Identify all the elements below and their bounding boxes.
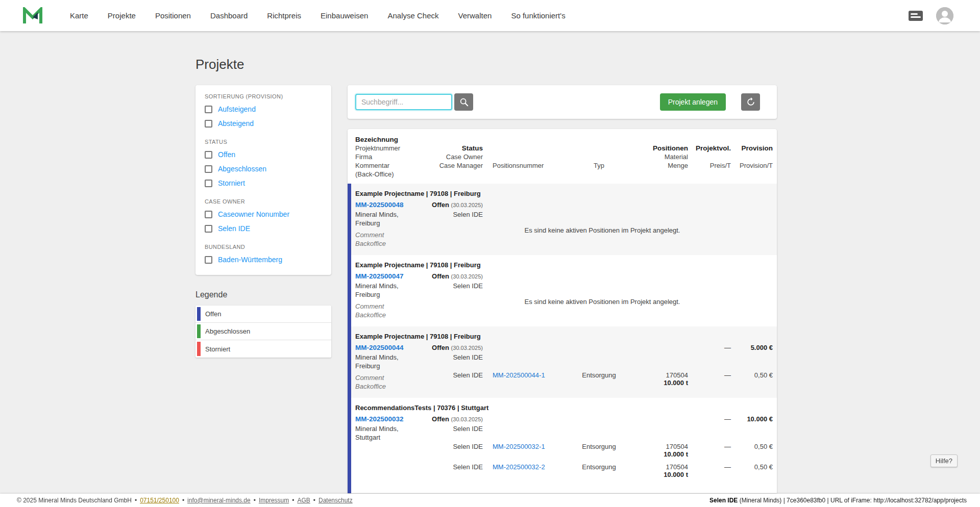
footer: © 2025 Mineral Minds Deutschland GmbH • … — [0, 494, 980, 507]
project-company-city: Freiburg — [355, 290, 432, 299]
filter-section-status: STATUS — [205, 139, 322, 145]
legend-item-abgeschlossen: Abgeschlossen — [195, 323, 331, 340]
filter-section-sortierung: SORTIERUNG (PROVISION) — [205, 93, 322, 99]
refresh-icon — [746, 97, 755, 107]
col-firma: Firma — [355, 153, 432, 161]
checkbox-unchecked-icon[interactable] — [205, 151, 212, 159]
col-positionsnummer: Positionsnummer — [493, 161, 570, 170]
project-left-cell: MM-202500032 Mineral Minds, Stuttgart — [355, 413, 432, 478]
filter-offen[interactable]: Offen — [205, 147, 322, 162]
position-preis: — — [688, 443, 731, 450]
footer-impressum-link[interactable]: Impressum — [259, 497, 289, 504]
position-provision: 0,50 € — [731, 443, 773, 450]
position-material: 170504 — [628, 443, 688, 450]
mineral-minds-logo[interactable] — [22, 7, 43, 24]
position-preis: — — [688, 371, 731, 379]
footer-phone-link[interactable]: 07151/250100 — [140, 497, 179, 504]
filter-storniert[interactable]: Storniert — [205, 176, 322, 190]
create-project-button[interactable]: Projekt anlegen — [660, 93, 726, 111]
position-number-link[interactable]: MM-202500032-1 — [493, 443, 545, 450]
nav-item-so-funktionierts[interactable]: So funktioniert's — [501, 11, 575, 20]
checkbox-unchecked-icon[interactable] — [205, 165, 212, 173]
help-button[interactable]: Hilfe? — [930, 454, 958, 467]
col-menge: Menge — [628, 161, 688, 170]
main-content: Projekte SORTIERUNG (PROVISION) Aufsteig… — [0, 57, 980, 493]
navbar-right — [908, 7, 980, 24]
project-title: RecommendationsTests | 70376 | Stuttgart — [355, 400, 773, 413]
checkbox-unchecked-icon[interactable] — [205, 225, 212, 233]
col-projektvol: Projektvol. — [688, 144, 731, 153]
position-material: 170504 — [628, 463, 688, 471]
project-title: Example Projectname | 79108 | Freiburg — [355, 257, 773, 270]
project-group: Example Projectname | 79108 | Freiburg M… — [348, 326, 777, 398]
project-number-link[interactable]: MM-202500044 — [355, 344, 404, 351]
refresh-button[interactable] — [741, 93, 760, 111]
position-number-link[interactable]: MM-202500032-2 — [493, 463, 545, 471]
filter-aufsteigend[interactable]: Aufsteigend — [205, 102, 322, 116]
search-toolbar: Projekt anlegen — [348, 85, 777, 119]
position-typ: Entsorgung — [570, 443, 628, 450]
project-number-link[interactable]: MM-202500032 — [355, 415, 404, 423]
project-company: Mineral Minds, — [355, 210, 432, 219]
filter-absteigend[interactable]: Absteigend — [205, 116, 322, 131]
search-button[interactable] — [454, 93, 473, 111]
position-case-manager: Selen IDE — [432, 371, 483, 379]
project-number-link[interactable]: MM-202500047 — [355, 272, 404, 280]
col-provision: Provision — [731, 144, 773, 153]
projects-panel: Projekt anlegen Bezeichnung Projektnumme… — [348, 85, 777, 493]
nav-item-dashboard[interactable]: Dashboard — [201, 11, 257, 20]
project-group: Example Projectname | 79108 | Freiburg M… — [348, 184, 777, 255]
footer-session-info: Selen IDE (Mineral Minds) | 7ce360e83fb0… — [709, 497, 967, 504]
col-positionen: Positionen — [628, 144, 688, 153]
col-projektnummer: Projektnummer — [355, 144, 432, 153]
footer-datenschutz-link[interactable]: Datenschutz — [318, 497, 353, 504]
legend-title: Legende — [195, 290, 331, 299]
nav-item-analyse-check[interactable]: Analyse Check — [378, 11, 448, 20]
project-group: RecommendationsTests | 70376 | Stuttgart… — [348, 398, 777, 493]
checkbox-unchecked-icon[interactable] — [205, 106, 212, 113]
checkbox-unchecked-icon[interactable] — [205, 180, 212, 187]
position-typ: Entsorgung — [570, 463, 628, 471]
project-provision: 10.000 € — [731, 415, 773, 433]
project-right-cell: Offen (30.03.2025) Selen IDE Es sind kei… — [432, 198, 773, 248]
filter-baden-wuerttemberg[interactable]: Baden-Württemberg — [205, 252, 322, 267]
position-number-link[interactable]: MM-202500044-1 — [493, 371, 545, 379]
col-case-owner: Case Owner — [432, 153, 483, 161]
project-number-link[interactable]: MM-202500048 — [355, 201, 404, 209]
filter-caseowner-nonumber[interactable]: Caseowner Nonumber — [205, 207, 322, 221]
footer-left: © 2025 Mineral Minds Deutschland GmbH • … — [17, 497, 353, 504]
nav-item-projekte[interactable]: Projekte — [98, 11, 145, 20]
footer-agb-link[interactable]: AGB — [297, 497, 310, 504]
nav-item-richtpreis[interactable]: Richtpreis — [257, 11, 311, 20]
legend-item-storniert: Storniert — [195, 340, 331, 358]
nav-item-karte[interactable]: Karte — [60, 11, 98, 20]
position-typ: Entsorgung — [570, 371, 628, 379]
nav-item-verwalten[interactable]: Verwalten — [449, 11, 502, 20]
nav-item-positionen[interactable]: Positionen — [145, 11, 201, 20]
project-case-owner: Selen IDE — [432, 425, 483, 433]
project-comment: Backoffice — [355, 239, 432, 248]
legend-list: Offen Abgeschlossen Storniert — [195, 306, 331, 358]
footer-email-link[interactable]: info@mineral-minds.de — [187, 497, 251, 504]
position-row: Selen IDE MM-202500032-1 Entsorgung 1705… — [432, 443, 773, 458]
project-preis: — — [688, 415, 731, 433]
checkbox-unchecked-icon[interactable] — [205, 120, 212, 128]
search-icon — [459, 97, 469, 107]
filter-selen-ide[interactable]: Selen IDE — [205, 221, 322, 236]
col-status: Status — [432, 144, 483, 153]
filter-abgeschlossen[interactable]: Abgeschlossen — [205, 162, 322, 176]
server-icon[interactable] — [908, 10, 924, 22]
project-comment: Comment — [355, 231, 432, 239]
checkbox-unchecked-icon[interactable] — [205, 256, 212, 264]
projects-table: Bezeichnung Projektnummer Firma Kommenta… — [348, 129, 777, 493]
search-input[interactable] — [355, 94, 452, 110]
position-row: Selen IDE MM-202500044-1 Entsorgung 1705… — [432, 371, 773, 387]
col-bezeichnung: Bezeichnung — [355, 135, 432, 144]
checkbox-unchecked-icon[interactable] — [205, 211, 212, 218]
project-group: Example Projectname | 79108 | Freiburg M… — [348, 255, 777, 326]
footer-session-rest: (Mineral Minds) | 7ce360e83fb0 | URL of … — [738, 497, 967, 504]
position-case-manager: Selen IDE — [432, 463, 483, 471]
nav-item-einbauweisen[interactable]: Einbauweisen — [311, 11, 378, 20]
filter-card: SORTIERUNG (PROVISION) Aufsteigend Abste… — [195, 85, 331, 275]
user-avatar-icon[interactable] — [936, 7, 953, 24]
